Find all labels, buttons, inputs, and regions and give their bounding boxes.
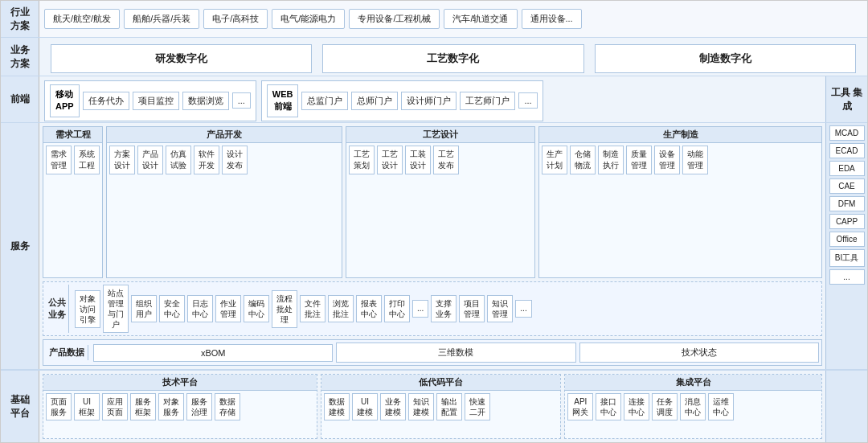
jishu-item-6[interactable]: 数据存储 <box>215 393 240 420</box>
gg-item-4[interactable]: 日志中心 <box>187 295 213 322</box>
chanpin-item-2[interactable]: 仿真试验 <box>166 146 191 174</box>
web-item-2[interactable]: 设计师门户 <box>401 92 457 110</box>
tools-title: 工具 集成 <box>826 86 867 113</box>
tools-sidebar: MCAD ECAD EDA CAE DFM CAPP Office BI工具 .… <box>825 123 867 369</box>
tool-ecad[interactable]: ECAD <box>829 143 865 158</box>
didai-item-0[interactable]: 数据建模 <box>324 393 350 420</box>
didai-item-1[interactable]: UI建模 <box>352 393 378 420</box>
gongyi-item-0[interactable]: 工艺策划 <box>349 146 375 174</box>
jicheng-item-3[interactable]: 任务调度 <box>652 393 678 420</box>
web-group: WEB前端 总监门户 总师门户 设计师门户 工艺师门户 ... <box>261 80 543 121</box>
yewu-item-1[interactable]: 工艺数字化 <box>322 44 583 73</box>
jishu-item-3[interactable]: 服务框架 <box>130 393 156 420</box>
tool-more[interactable]: ... <box>829 269 865 285</box>
web-item-0[interactable]: 总监门户 <box>301 92 348 110</box>
jicheng-title: 集成平台 <box>565 375 821 391</box>
chanpin-item-4[interactable]: 设计发布 <box>222 146 248 174</box>
didai-item-4[interactable]: 输出配置 <box>436 393 462 420</box>
gg-item-1[interactable]: 站点管理与门户 <box>103 285 129 333</box>
tool-dfm[interactable]: DFM <box>829 196 865 211</box>
jicheng-item-4[interactable]: 消息中心 <box>680 393 706 420</box>
shengchan-item-0[interactable]: 生产计划 <box>542 146 567 174</box>
jishu-block: 技术平台 页面服务 UI框架 应用页面 服务框架 对象服务 服务治理 数据存储 <box>43 374 317 439</box>
didai-item-5[interactable]: 快速二开 <box>465 393 490 420</box>
gg-item-6[interactable]: 编码中心 <box>244 295 269 322</box>
shengchan-item-3[interactable]: 质量管理 <box>626 146 652 174</box>
tool-mcad[interactable]: MCAD <box>829 125 865 141</box>
hangye-tag-1[interactable]: 船舶/兵器/兵装 <box>124 9 199 29</box>
didai-items: 数据建模 UI建模 业务建模 知识建模 输出配置 快速二开 <box>321 391 560 423</box>
shengchan-item-2[interactable]: 制造执行 <box>598 146 624 174</box>
didai-block: 低代码平台 数据建模 UI建模 业务建模 知识建模 输出配置 快速二开 <box>321 374 561 439</box>
chanpin-3d[interactable]: 三维数模 <box>336 343 575 363</box>
chanpin-jishu[interactable]: 技术状态 <box>579 343 819 363</box>
xuqiu-item-0[interactable]: 需求管理 <box>46 146 72 174</box>
qd-item-3[interactable]: ... <box>232 92 251 109</box>
xuqiu-item-1[interactable]: 系统工程 <box>74 146 100 174</box>
shengchan-item-4[interactable]: 设备管理 <box>654 146 680 174</box>
gg-item-14[interactable]: 项目管理 <box>459 295 485 322</box>
chanpin-item-3[interactable]: 软件开发 <box>194 146 219 174</box>
fuwu-main: 需求工程 需求管理 系统工程 产品开发 方案设计 产品设计 仿真试验 软件开发 … <box>39 123 825 369</box>
gongyi-item-1[interactable]: 工艺设计 <box>377 146 403 174</box>
hangye-tag-5[interactable]: 汽车/轨道交通 <box>444 9 517 29</box>
gg-item-15[interactable]: 知识管理 <box>487 295 513 322</box>
gg-item-11[interactable]: 打印中心 <box>384 295 410 322</box>
mobile-label: 移动APP <box>50 84 80 117</box>
shengchan-item-5[interactable]: 动能管理 <box>682 146 708 174</box>
tool-bi[interactable]: BI工具 <box>829 249 865 267</box>
gg-item-2[interactable]: 组织用户 <box>131 295 157 322</box>
chanpin-item-0[interactable]: 方案设计 <box>109 146 135 174</box>
qd-item-2[interactable]: 数据浏览 <box>182 92 229 110</box>
web-label: WEB前端 <box>267 84 299 117</box>
chanpin-xbom[interactable]: xBOM <box>93 344 333 362</box>
yewu-item-0[interactable]: 研发数字化 <box>51 44 312 73</box>
jicheng-item-2[interactable]: 连接中心 <box>624 393 649 420</box>
tool-eda[interactable]: EDA <box>829 161 865 176</box>
tool-office[interactable]: Office <box>829 232 865 247</box>
jishu-item-1[interactable]: UI框架 <box>74 393 100 420</box>
gongyi-items: 工艺策划 工艺设计 工装设计 工艺发布 <box>346 143 534 277</box>
fuwu-top: 需求工程 需求管理 系统工程 产品开发 方案设计 产品设计 仿真试验 软件开发 … <box>43 126 822 278</box>
jishu-item-4[interactable]: 对象服务 <box>158 393 184 420</box>
gg-item-8[interactable]: 文件批注 <box>300 295 326 322</box>
qd-item-0[interactable]: 任务代办 <box>83 92 129 110</box>
jishu-item-0[interactable]: 页面服务 <box>46 393 72 420</box>
shengchan-item-1[interactable]: 仓储物流 <box>570 146 596 174</box>
qianduan-section: 前端 移动APP 任务代办 项目监控 数据浏览 ... WEB前端 总监门户 总… <box>1 76 867 123</box>
web-item-1[interactable]: 总师门户 <box>351 92 398 110</box>
hangye-tag-6[interactable]: 通用设备... <box>522 9 582 29</box>
gg-item-12[interactable]: ... <box>412 300 428 318</box>
gg-item-10[interactable]: 报表中心 <box>356 295 382 322</box>
qianduan-label: 前端 <box>1 76 39 122</box>
web-item-4[interactable]: ... <box>518 92 537 109</box>
gonggong-label: 公共业务 <box>46 285 69 333</box>
gg-item-5[interactable]: 作业管理 <box>215 295 241 322</box>
chanpin-item-1[interactable]: 产品设计 <box>137 146 163 174</box>
gg-item-0[interactable]: 对象访问引擎 <box>75 290 100 328</box>
gongyi-item-2[interactable]: 工装设计 <box>405 146 431 174</box>
didai-item-2[interactable]: 业务建模 <box>380 393 406 420</box>
hangye-tag-3[interactable]: 电气/能源电力 <box>272 9 345 29</box>
jishu-item-5[interactable]: 服务治理 <box>186 393 212 420</box>
tool-capp[interactable]: CAPP <box>829 214 865 229</box>
gg-item-13[interactable]: 支撑业务 <box>431 295 457 322</box>
hangye-tag-0[interactable]: 航天/航空/航发 <box>44 9 120 29</box>
yewu-item-2[interactable]: 制造数字化 <box>595 44 856 73</box>
gg-item-7[interactable]: 流程批处理 <box>272 290 297 328</box>
jicheng-item-0[interactable]: API网关 <box>567 393 593 420</box>
tools-bottom-spacer <box>825 371 867 442</box>
didai-item-3[interactable]: 知识建模 <box>408 393 434 420</box>
hangye-tag-2[interactable]: 电子/高科技 <box>203 9 268 29</box>
hangye-tag-4[interactable]: 专用设备/工程机械 <box>349 9 440 29</box>
qd-item-1[interactable]: 项目监控 <box>133 92 179 110</box>
web-item-3[interactable]: 工艺师门户 <box>460 92 515 110</box>
gg-item-3[interactable]: 安全中心 <box>159 295 185 322</box>
tool-cae[interactable]: CAE <box>829 178 865 194</box>
jishu-item-2[interactable]: 应用页面 <box>102 393 128 420</box>
gg-item-9[interactable]: 浏览批注 <box>328 295 354 322</box>
jicheng-item-5[interactable]: 运维中心 <box>708 393 734 420</box>
jicheng-item-1[interactable]: 接口中心 <box>596 393 621 420</box>
gongyi-item-3[interactable]: 工艺发布 <box>433 146 459 174</box>
gg-item-16[interactable]: ... <box>515 300 531 318</box>
